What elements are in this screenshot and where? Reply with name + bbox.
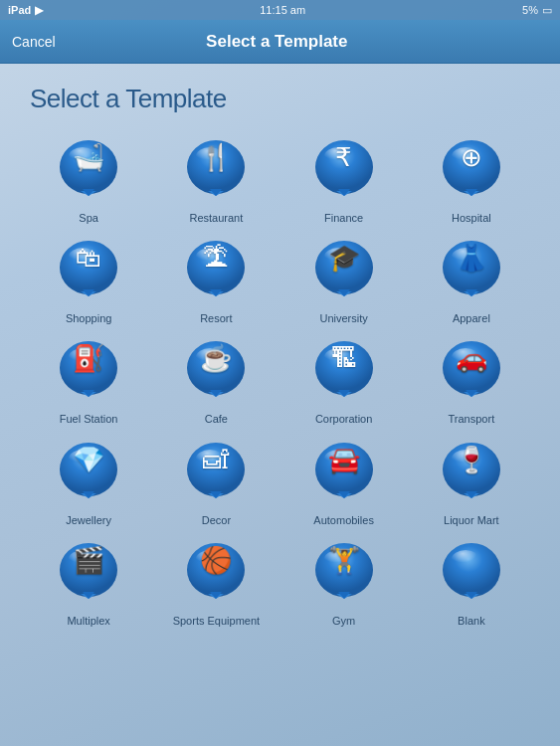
template-label-fuel-station: Fuel Station: [60, 413, 118, 426]
template-bubble-finance: ₹: [308, 134, 380, 206]
svg-point-51: [69, 450, 96, 467]
template-item-multiplex[interactable]: 🎬Multiplex: [30, 537, 147, 628]
template-label-jewellery: Jewellery: [66, 514, 111, 527]
template-item-automobiles[interactable]: 🚘Automobiles: [285, 437, 403, 527]
template-bubble-gym: 🏋: [308, 537, 380, 609]
template-label-transport: Transport: [449, 413, 495, 426]
template-bubble-cafe: ☕: [180, 335, 252, 407]
template-label-multiplex: Multiplex: [67, 615, 109, 628]
template-bubble-spa: 🛁: [53, 134, 124, 206]
svg-point-71: [196, 550, 224, 568]
template-bubble-fuel-station: ⛽: [53, 335, 124, 407]
template-bubble-hospital: ⊕: [436, 134, 507, 206]
template-bubble-apparel: 👗: [436, 235, 507, 306]
template-item-finance[interactable]: ₹Finance: [285, 134, 403, 225]
svg-point-67: [69, 550, 96, 568]
template-item-resort[interactable]: 🏝Resort: [157, 235, 275, 325]
template-item-hospital[interactable]: ⊕Hospital: [413, 134, 530, 225]
template-item-fuel-station[interactable]: ⛽Fuel Station: [30, 335, 147, 426]
status-right: 5% ▭: [522, 4, 552, 17]
template-label-university: University: [319, 312, 367, 325]
signal-icon: ▶: [35, 4, 43, 17]
template-item-sports-equipment[interactable]: 🏀Sports Equipment: [157, 537, 275, 628]
template-bubble-shopping: 🛍: [53, 235, 124, 306]
status-left: iPad ▶: [8, 4, 43, 17]
template-label-blank: Blank: [458, 615, 485, 628]
svg-point-23: [196, 248, 224, 266]
template-label-cafe: Cafe: [205, 413, 228, 426]
template-label-liquor-mart: Liquor Mart: [444, 514, 499, 527]
svg-point-75: [324, 550, 352, 568]
nav-title: Select a Template: [206, 32, 347, 52]
svg-point-27: [324, 248, 352, 266]
template-item-apparel[interactable]: 👗Apparel: [413, 235, 530, 325]
template-bubble-resort: 🏝: [180, 235, 252, 306]
page-title: Select a Template: [30, 84, 530, 114]
template-item-gym[interactable]: 🏋Gym: [285, 537, 403, 628]
svg-point-11: [324, 147, 352, 165]
template-label-automobiles: Automobiles: [313, 514, 374, 527]
template-item-transport[interactable]: 🚗Transport: [413, 335, 530, 426]
svg-point-35: [69, 348, 96, 366]
cancel-button[interactable]: Cancel: [12, 34, 56, 50]
template-bubble-university: 🎓: [308, 235, 380, 306]
template-item-cafe[interactable]: ☕Cafe: [157, 335, 275, 426]
svg-point-15: [452, 147, 479, 165]
nav-bar: Cancel Select a Template: [0, 20, 560, 64]
status-bar: iPad ▶ 11:15 am 5% ▭: [0, 0, 560, 20]
template-label-corporation: Corporation: [315, 413, 372, 426]
template-item-corporation[interactable]: 🏗Corporation: [285, 335, 403, 426]
template-item-spa[interactable]: 🛁Spa: [30, 134, 147, 225]
template-item-shopping[interactable]: 🛍Shopping: [30, 235, 147, 325]
template-label-spa: Spa: [79, 212, 98, 225]
svg-point-47: [452, 348, 479, 366]
template-bubble-corporation: 🏗: [308, 335, 380, 407]
svg-point-79: [452, 550, 479, 568]
template-label-decor: Decor: [202, 514, 231, 527]
battery-percent: 5%: [522, 4, 538, 16]
template-label-sports-equipment: Sports Equipment: [173, 615, 260, 628]
template-bubble-transport: 🚗: [436, 335, 507, 407]
svg-point-7: [196, 147, 224, 165]
svg-point-55: [196, 450, 224, 467]
svg-point-39: [196, 348, 224, 366]
template-item-university[interactable]: 🎓University: [285, 235, 403, 325]
device-name: iPad: [8, 4, 31, 16]
template-item-jewellery[interactable]: 💎Jewellery: [30, 437, 147, 527]
template-label-gym: Gym: [332, 615, 355, 628]
template-item-restaurant[interactable]: 🍴Restaurant: [157, 134, 275, 225]
template-bubble-blank: [436, 537, 507, 609]
template-label-resort: Resort: [200, 312, 232, 325]
template-item-liquor-mart[interactable]: 🍷Liquor Mart: [413, 437, 530, 527]
svg-point-19: [69, 248, 96, 266]
template-label-shopping: Shopping: [66, 312, 112, 325]
template-label-restaurant: Restaurant: [189, 212, 243, 225]
template-bubble-jewellery: 💎: [53, 437, 124, 508]
template-bubble-restaurant: 🍴: [180, 134, 252, 206]
svg-point-59: [324, 450, 352, 467]
status-time: 11:15 am: [260, 4, 305, 16]
template-label-apparel: Apparel: [453, 312, 490, 325]
template-bubble-decor: 🛋: [180, 437, 252, 508]
svg-point-43: [324, 348, 352, 366]
template-bubble-liquor-mart: 🍷: [436, 437, 507, 508]
template-bubble-automobiles: 🚘: [308, 437, 380, 508]
template-bubble-sports-equipment: 🏀: [180, 537, 252, 609]
svg-point-3: [69, 147, 96, 165]
svg-point-63: [452, 450, 479, 467]
svg-point-31: [452, 248, 479, 266]
template-item-blank[interactable]: Blank: [413, 537, 530, 628]
template-label-hospital: Hospital: [452, 212, 491, 225]
template-bubble-multiplex: 🎬: [53, 537, 124, 609]
template-label-finance: Finance: [324, 212, 363, 225]
template-grid: 🛁Spa 🍴Restaurant: [30, 134, 530, 628]
battery-icon: ▭: [542, 4, 552, 17]
content-area: Select a Template 🛁Spa: [0, 64, 560, 746]
template-item-decor[interactable]: 🛋Decor: [157, 437, 275, 527]
